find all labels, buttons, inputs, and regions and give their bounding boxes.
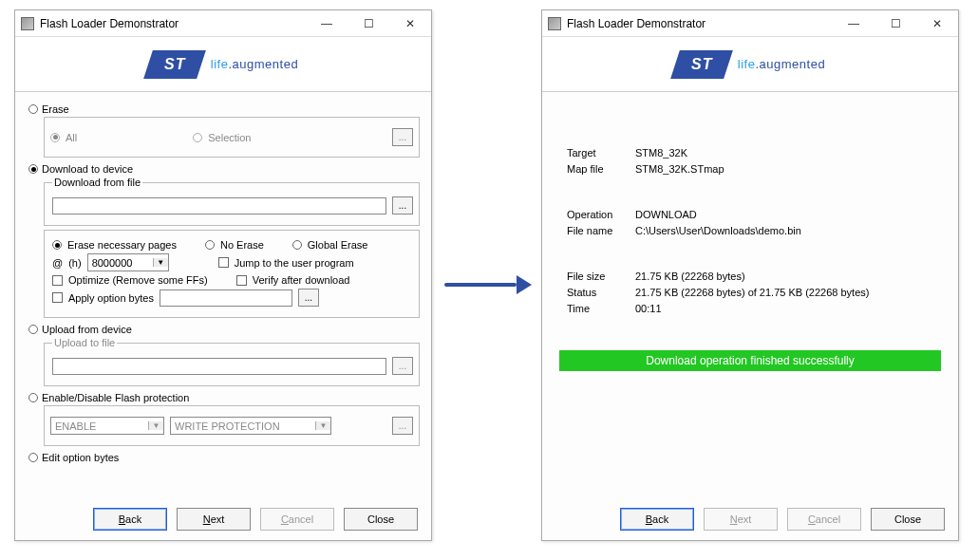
map-label: Map file: [567, 163, 635, 175]
close-button-footer[interactable]: Close: [344, 508, 418, 531]
st-logo: ST: [670, 50, 733, 79]
erase-browse-button[interactable]: ...: [392, 128, 413, 146]
protection-browse-button[interactable]: ...: [392, 417, 413, 435]
brand-tag: life.augmented: [738, 57, 825, 71]
back-button[interactable]: Back: [620, 508, 694, 531]
button-row: Back Next Cancel Close: [15, 508, 431, 531]
radio-upload-label: Upload from device: [42, 324, 132, 335]
protection-type-combo[interactable]: WRITE PROTECTION ▼: [170, 417, 331, 435]
map-value: STM8_32K.STmap: [635, 163, 724, 175]
window-title: Flash Loader Demonstrator: [567, 17, 833, 30]
radio-erase-all[interactable]: All: [66, 132, 77, 143]
next-button[interactable]: Next: [704, 508, 778, 531]
radio-erase-label: Erase: [42, 103, 69, 115]
radio-upload[interactable]: Upload from device: [28, 324, 420, 335]
radio-icon: [52, 240, 62, 250]
radio-erase[interactable]: Erase: [28, 103, 420, 115]
radio-global-erase[interactable]: Global Erase: [308, 239, 368, 251]
addr-at: @: [52, 257, 63, 269]
apply-opt-input[interactable]: [160, 289, 292, 307]
maximize-button[interactable]: ☐: [875, 10, 916, 37]
radio-icon: [193, 133, 202, 142]
protection-enable-value: ENABLE: [51, 420, 148, 432]
operation-label: Operation: [567, 209, 635, 220]
chevron-down-icon: ▼: [315, 421, 330, 430]
radio-edit-opt[interactable]: Edit option bytes: [28, 452, 420, 463]
minimize-button[interactable]: —: [833, 10, 875, 37]
radio-erase-necessary[interactable]: Erase necessary pages: [67, 239, 177, 251]
target-value: STM8_32K: [635, 147, 687, 159]
cancel-button[interactable]: Cancel: [787, 508, 861, 531]
status-value: 21.75 KB (22268 bytes) of 21.75 KB (2226…: [635, 287, 869, 298]
radio-protection-label: Enable/Disable Flash protection: [42, 392, 189, 403]
close-button[interactable]: ✕: [389, 10, 431, 37]
apply-opt-browse-button[interactable]: ...: [298, 289, 319, 307]
checkbox-icon: [218, 257, 229, 268]
back-button[interactable]: Back: [93, 508, 167, 531]
filename-label: File name: [567, 225, 635, 236]
radio-icon: [28, 325, 38, 334]
radio-icon: [28, 104, 38, 114]
radio-icon: [292, 240, 302, 250]
success-text: Download operation finished successfully: [646, 354, 854, 367]
app-icon: [548, 17, 561, 30]
status-label: Status: [567, 287, 635, 298]
addr-hex: (h): [68, 257, 81, 269]
radio-icon: [205, 240, 215, 250]
filename-value: C:\Users\User\Downloads\demo.bin: [635, 225, 801, 236]
minimize-button[interactable]: —: [306, 10, 348, 37]
filesize-value: 21.75 KB (22268 bytes): [635, 271, 745, 282]
operation-value: DOWNLOAD: [635, 209, 697, 220]
target-label: Target: [567, 147, 635, 159]
window-title: Flash Loader Demonstrator: [40, 17, 306, 30]
checkbox-verify[interactable]: Verify after download: [253, 274, 350, 286]
transition-arrow-icon: [444, 275, 532, 294]
address-value: 8000000: [88, 257, 153, 269]
titlebar: Flash Loader Demonstrator — ☐ ✕: [542, 10, 958, 37]
close-button[interactable]: ✕: [916, 10, 958, 37]
radio-protection[interactable]: Enable/Disable Flash protection: [28, 392, 420, 403]
maximize-button[interactable]: ☐: [348, 10, 389, 37]
info-block: TargetSTM8_32K Map fileSTM8_32K.STmap Op…: [567, 147, 947, 314]
upload-browse-button[interactable]: ...: [392, 357, 413, 375]
brand-banner: ST life.augmented: [15, 37, 431, 92]
window-result: Flash Loader Demonstrator — ☐ ✕ ST life.…: [541, 9, 959, 541]
brand-tag: life.augmented: [211, 57, 298, 71]
cancel-button[interactable]: Cancel: [260, 508, 334, 531]
config-body: Erase All Selection ... Download to devi…: [15, 92, 431, 491]
chevron-down-icon: ▼: [153, 258, 168, 267]
checkbox-apply-opt[interactable]: Apply option bytes: [68, 292, 154, 304]
close-button-footer[interactable]: Close: [871, 508, 945, 531]
radio-erase-selection[interactable]: Selection: [208, 132, 251, 143]
radio-no-erase[interactable]: No Erase: [220, 239, 264, 251]
checkbox-jump[interactable]: Jump to the user program: [235, 257, 354, 269]
titlebar: Flash Loader Demonstrator — ☐ ✕: [15, 10, 431, 37]
upload-to-file-legend: Upload to file: [52, 337, 117, 348]
time-value: 00:11: [635, 303, 662, 314]
radio-download[interactable]: Download to device: [28, 163, 420, 175]
button-row: Back Next Cancel Close: [542, 508, 958, 531]
window-config: Flash Loader Demonstrator — ☐ ✕ ST life.…: [14, 9, 432, 541]
download-file-input[interactable]: [52, 197, 386, 215]
upload-to-file-fieldset: Upload to file ...: [44, 337, 420, 386]
upload-file-input[interactable]: [52, 358, 386, 375]
checkbox-icon: [236, 275, 247, 286]
download-browse-button[interactable]: ...: [392, 196, 413, 215]
checkbox-optimize[interactable]: Optimize (Remove some FFs): [68, 274, 208, 286]
chevron-down-icon: ▼: [148, 421, 163, 430]
result-body: TargetSTM8_32K Map fileSTM8_32K.STmap Op…: [542, 92, 958, 491]
time-label: Time: [567, 303, 635, 314]
app-icon: [21, 17, 34, 30]
address-combo[interactable]: 8000000 ▼: [87, 253, 169, 271]
radio-icon: [28, 393, 38, 402]
download-from-file-legend: Download from file: [52, 177, 142, 188]
radio-download-label: Download to device: [42, 163, 133, 175]
radio-icon: [50, 133, 60, 142]
brand-banner: ST life.augmented: [542, 37, 958, 92]
next-button[interactable]: Next: [177, 508, 251, 531]
erase-fieldset: All Selection ...: [44, 117, 420, 158]
protection-type-value: WRITE PROTECTION: [171, 420, 315, 432]
protection-enable-combo[interactable]: ENABLE ▼: [50, 417, 164, 435]
filesize-label: File size: [567, 271, 635, 282]
success-bar: Download operation finished successfully: [559, 350, 941, 371]
